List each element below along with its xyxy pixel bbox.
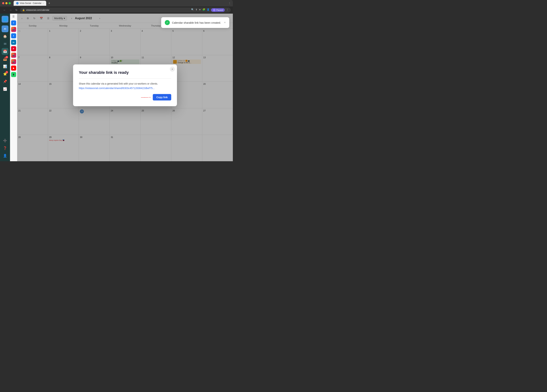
sidebar-analytics-icon[interactable]: 📊 xyxy=(2,63,8,70)
main-content: › ⚙ ↻ 📅 ☰ Monthly ▾ ‹ August 2022 › Sund… xyxy=(17,14,233,161)
back-button[interactable]: ← xyxy=(2,8,7,12)
download-badge: 4 xyxy=(6,56,8,58)
social-ig-4[interactable]: 📱 xyxy=(11,72,16,77)
sidebar-help-icon[interactable]: ❓ xyxy=(2,145,8,151)
browser-menu-dots[interactable]: ⋮ xyxy=(229,2,231,5)
sidebar-profile-icon[interactable]: 👤 xyxy=(2,152,8,159)
tab-close-btn[interactable]: × xyxy=(43,2,44,4)
sidebar-pin-icon[interactable]: 📌 xyxy=(2,78,8,85)
sidebar-reviews-icon[interactable]: ⭐4 xyxy=(2,71,8,77)
sidebar-reports-icon[interactable]: 📈 xyxy=(2,86,8,92)
url-display: vistasocial.com/calendar xyxy=(26,9,49,11)
toast-close-button[interactable]: × xyxy=(224,21,226,24)
shareable-link-modal: × Your sharable link is ready Share this… xyxy=(73,64,177,106)
arrow-icon: ——→ xyxy=(141,95,151,100)
social-ig-1[interactable]: 📷 xyxy=(11,27,16,32)
modal-divider xyxy=(79,78,171,79)
modal-close-button[interactable]: × xyxy=(170,67,175,72)
lock-icon: 🔒 xyxy=(22,9,25,11)
reviews-badge: 4 xyxy=(6,71,8,74)
forward-button[interactable]: → xyxy=(8,8,13,12)
paused-badge[interactable]: A Paused xyxy=(211,8,225,12)
sidebar-calendar-icon[interactable]: 📅 xyxy=(2,48,8,55)
new-tab-button[interactable]: + xyxy=(47,2,51,5)
social-fb-1[interactable]: f xyxy=(11,21,16,25)
sidebar-home-icon[interactable]: 🏠 xyxy=(2,33,8,40)
social-pi-1[interactable]: P xyxy=(11,46,16,51)
tab-title: Vista Social - Calendar xyxy=(20,2,41,5)
tab-favicon xyxy=(16,2,19,5)
sidebar-brand-icon: 🌐 xyxy=(2,16,8,23)
social-yt-1[interactable]: ▶ xyxy=(11,66,16,71)
sidebar-compose-icon[interactable]: ✉ xyxy=(2,41,8,47)
secondary-sidebar: ☰ f 📷 f in P 📷 📷 ▶ 📱 xyxy=(10,14,17,161)
social-fb-2[interactable]: f xyxy=(11,33,16,38)
social-ig-3[interactable]: 📷 xyxy=(11,59,16,64)
share-icon[interactable]: ⬆ xyxy=(195,8,197,12)
toast-message: Calendar sharable link has been created. xyxy=(172,21,222,24)
extensions-icon[interactable]: 🧩 xyxy=(202,8,205,12)
refresh-button[interactable]: ↻ xyxy=(14,8,19,12)
traffic-light-maximize[interactable] xyxy=(9,2,11,4)
copy-arrow-indicator: ——→ xyxy=(141,95,151,100)
social-ig-2[interactable]: 📷 xyxy=(11,53,16,58)
modal-actions: ——→ Copy link xyxy=(79,94,171,101)
copy-link-button[interactable]: Copy link xyxy=(153,94,171,101)
shareable-link[interactable]: https://vistasocial.com/calendar/shared/… xyxy=(79,87,155,89)
active-tab[interactable]: Vista Social - Calendar × xyxy=(14,1,46,6)
paused-label: Paused xyxy=(216,9,223,11)
sidebar-download-icon[interactable]: 📥4 xyxy=(2,55,8,62)
sidebar-account-icon[interactable]: JC xyxy=(2,25,8,32)
modal-description: Share this calendar via a generated link… xyxy=(79,82,171,85)
traffic-light-close[interactable] xyxy=(2,2,4,4)
browser-menu-icon[interactable]: ⋮ xyxy=(226,8,229,12)
paused-avatar: A xyxy=(213,9,216,12)
toast-success-icon: ✓ xyxy=(165,20,170,25)
main-sidebar: 🌐 JC 🏠 ✉ 📅 📥4 📊 ⭐4 📌 📈 ➕ ❓ 👤 xyxy=(0,14,10,161)
search-icon[interactable]: 🔍 xyxy=(191,8,194,12)
sidebar-filter-icon[interactable]: ☰ xyxy=(12,15,15,18)
traffic-light-minimize[interactable] xyxy=(5,2,7,4)
profile-icon[interactable]: 👤 xyxy=(207,8,210,12)
bookmark-icon[interactable]: ★ xyxy=(199,8,201,12)
modal-title: Your sharable link is ready xyxy=(79,70,171,75)
sidebar-add-icon[interactable]: ➕ xyxy=(2,137,8,144)
toast-notification: ✓ Calendar sharable link has been create… xyxy=(161,17,229,28)
social-li-1[interactable]: in xyxy=(11,40,16,45)
